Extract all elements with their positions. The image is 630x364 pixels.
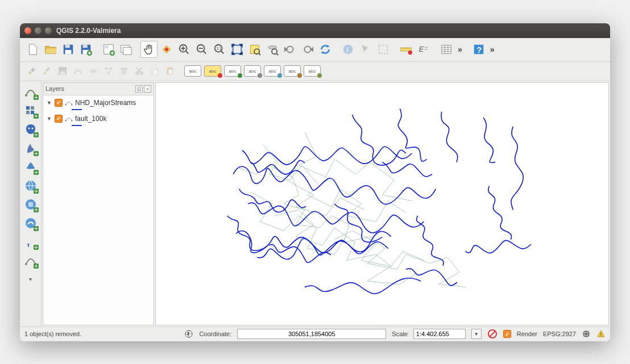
zoom-last-button[interactable] (281, 41, 299, 58)
messages-button[interactable]: ! (596, 329, 606, 338)
node-tool-button[interactable] (101, 64, 116, 78)
toolbar-overflow-2[interactable]: » (488, 45, 497, 54)
save-as-button[interactable] (77, 41, 94, 58)
move-feature-button[interactable] (86, 64, 101, 78)
svg-point-55 (31, 127, 33, 129)
save-project-button[interactable] (60, 41, 77, 58)
add-wcs-button[interactable] (22, 196, 39, 213)
toggle-extents-icon[interactable] (184, 329, 193, 338)
svg-point-23 (305, 47, 311, 53)
render-checkbox[interactable] (503, 330, 511, 338)
label-tool-4[interactable]: abc (244, 65, 261, 77)
status-message: 1 object(s) removed. (24, 330, 81, 337)
edits-button[interactable] (24, 64, 39, 78)
new-shapefile-button[interactable] (22, 252, 39, 269)
svg-rect-17 (233, 45, 242, 54)
map-tips-button[interactable]: E (415, 41, 432, 58)
add-feature-button[interactable] (71, 64, 85, 78)
svg-text:i: i (346, 45, 349, 54)
add-postgis-button[interactable] (22, 121, 39, 138)
zoom-native-button[interactable]: 1:1 (211, 41, 228, 58)
label-tool-7[interactable]: abc (304, 65, 321, 77)
deselect-button[interactable] (375, 41, 392, 58)
save-edits-button[interactable] (55, 64, 70, 78)
layer-visibility-checkbox[interactable] (55, 115, 63, 123)
svg-point-22 (287, 47, 293, 53)
layer-legend-swatch (72, 125, 82, 126)
delete-button[interactable] (117, 64, 131, 78)
svg-rect-45 (153, 69, 158, 76)
layer-overflow[interactable]: ▾ (22, 271, 39, 288)
zoom-full-button[interactable] (229, 41, 246, 58)
zoom-out-button[interactable] (193, 41, 210, 58)
svg-rect-2 (65, 50, 72, 54)
svg-point-48 (25, 94, 27, 97)
open-project-button[interactable] (42, 41, 59, 58)
add-wms-button[interactable] (22, 177, 39, 194)
zoom-next-button[interactable] (299, 41, 316, 58)
svg-rect-50 (26, 106, 30, 110)
svg-rect-52 (26, 111, 30, 114)
svg-rect-51 (31, 106, 34, 110)
add-vector-button[interactable] (22, 83, 39, 101)
svg-rect-33 (45, 68, 49, 72)
window-close-button[interactable] (24, 27, 31, 34)
composer-manager-button[interactable] (118, 41, 135, 58)
pan-to-selection-button[interactable] (158, 41, 175, 58)
add-spatialite-button[interactable] (22, 140, 39, 157)
zoom-layer-button[interactable] (264, 41, 281, 58)
statusbar: 1 object(s) removed. Coordinate: Scale ▼… (20, 327, 610, 341)
add-raster-button[interactable] (22, 102, 39, 119)
svg-text:!: ! (600, 332, 602, 337)
add-wfs-button[interactable] (22, 215, 39, 232)
zoom-in-button[interactable] (176, 41, 193, 58)
svg-text:,: , (27, 235, 30, 248)
layer-legend-swatch (72, 109, 82, 110)
new-project-button[interactable] (24, 41, 42, 58)
scale-input[interactable] (413, 329, 466, 339)
help-button[interactable]: ? (470, 41, 487, 58)
add-delimited-button[interactable]: , (22, 233, 39, 250)
map-canvas[interactable] (155, 82, 609, 325)
scale-dropdown-button[interactable]: ▼ (471, 329, 482, 339)
label-tool-5[interactable]: abc (264, 65, 281, 77)
layers-close-button[interactable]: × (144, 85, 151, 93)
window-maximize-button[interactable] (45, 27, 52, 34)
zoom-selection-button[interactable] (246, 41, 263, 58)
measure-button[interactable] (397, 41, 415, 58)
svg-point-61 (25, 263, 27, 265)
toggle-edit-button[interactable] (40, 64, 55, 78)
collapse-icon[interactable]: ▼ (47, 100, 52, 106)
refresh-button[interactable] (317, 41, 334, 58)
new-composer-button[interactable] (100, 41, 117, 58)
label-tool-6[interactable]: abc (284, 65, 301, 77)
toolbar-overflow-1[interactable]: » (455, 45, 465, 54)
svg-rect-27 (401, 48, 411, 51)
attribute-table-button[interactable] (438, 41, 455, 58)
stop-render-icon[interactable] (487, 329, 498, 339)
svg-rect-40 (122, 69, 127, 74)
layers-tree[interactable]: ▼ NHD_MajorStreams ▼ fault_100k (43, 95, 154, 325)
window-minimize-button[interactable] (35, 27, 42, 34)
layer-visibility-checkbox[interactable] (55, 99, 63, 107)
coordinate-input[interactable] (237, 329, 386, 339)
label-tool-1[interactable]: abc (184, 65, 201, 77)
add-mssql-button[interactable] (22, 158, 39, 175)
layer-item-streams[interactable]: ▼ NHD_MajorStreams (44, 98, 152, 108)
label-tool-3[interactable]: abc (224, 65, 241, 77)
label-tool-2[interactable]: abc (204, 65, 221, 77)
cut-button[interactable] (132, 64, 147, 78)
content-area: , ▾ Layers ◱ × ▼ NHD_MajorStreams (20, 81, 610, 327)
svg-rect-1 (65, 45, 70, 48)
svg-rect-8 (105, 46, 109, 49)
layer-item-fault[interactable]: ▼ fault_100k (44, 114, 152, 124)
qgis-window: QGIS 2.2.0-Valmiera 1:1 i E » ? » (20, 23, 610, 341)
identify-button[interactable]: i (339, 41, 357, 58)
copy-button[interactable] (147, 64, 162, 78)
layers-undock-button[interactable]: ◱ (135, 85, 143, 93)
select-button[interactable] (357, 41, 374, 58)
pan-button[interactable] (140, 41, 158, 58)
collapse-icon[interactable]: ▼ (47, 116, 52, 122)
crs-button[interactable] (582, 329, 591, 338)
paste-button[interactable] (163, 64, 177, 78)
